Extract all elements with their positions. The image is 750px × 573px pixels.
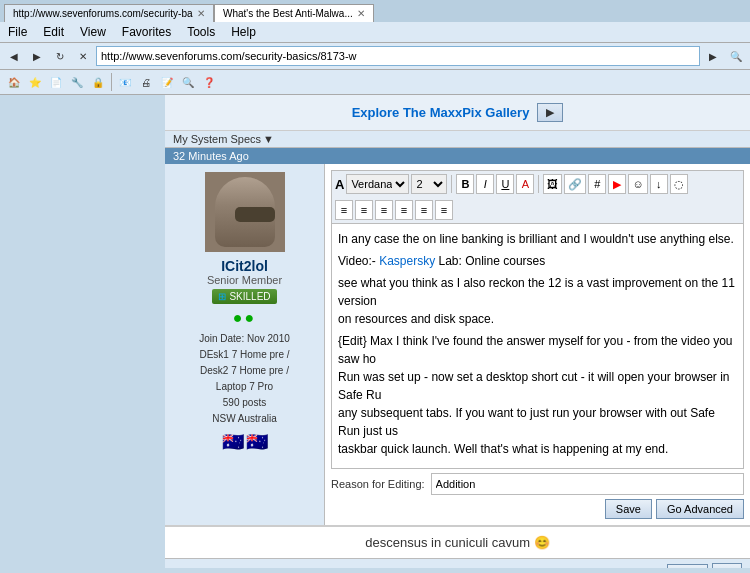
tab-1-close[interactable]: ✕ <box>197 8 205 19</box>
post-time: 32 Minutes Ago <box>173 150 249 162</box>
toolbar-btn-10[interactable]: ❓ <box>199 72 219 92</box>
align-right-btn[interactable]: ≡ <box>375 200 393 220</box>
tab-2[interactable]: What's the Best Anti-Malwa... ✕ <box>214 4 374 22</box>
content-line-4: {Edit} Max I think I've found the answer… <box>338 332 737 458</box>
gallery-link[interactable]: Explore The MaxxPix Gallery <box>352 105 530 120</box>
desk2: Desk2 7 Home pre / <box>173 363 316 379</box>
italic-btn[interactable]: I <box>476 174 494 194</box>
desk1: DEsk1 7 Home pre / <box>173 347 316 363</box>
toolbar-btn-3[interactable]: 📄 <box>46 72 66 92</box>
search-icon[interactable]: 🔍 <box>726 46 746 66</box>
tab-1-label: http://www.sevenforums.com/security-basi… <box>13 8 193 19</box>
chevron-down-icon: ▼ <box>263 133 274 145</box>
address-input[interactable] <box>96 46 700 66</box>
avatar <box>205 172 285 252</box>
editor-panel: A Verdana 2 B I U A 🖼 🔗 # ▶ <box>325 164 750 525</box>
forward-btn[interactable]: ▶ <box>27 46 47 66</box>
menu-view[interactable]: View <box>76 24 110 40</box>
toolbar-btn-5[interactable]: 🔒 <box>88 72 108 92</box>
helmet-shape <box>215 177 275 247</box>
more-btn[interactable]: ▶ <box>712 563 742 568</box>
page-content: Explore The MaxxPix Gallery ▶ My System … <box>0 95 750 568</box>
action-bar: Edit ▶ <box>165 558 750 568</box>
font-color-btn[interactable]: A <box>516 174 534 194</box>
back-btn[interactable]: ◀ <box>4 46 24 66</box>
editor-toolbar-1: A Verdana 2 B I U A 🖼 🔗 # ▶ <box>331 170 744 197</box>
menu-help[interactable]: Help <box>227 24 260 40</box>
my-system-specs-label[interactable]: My System Specs <box>173 133 261 145</box>
toolbar-btn-2[interactable]: ⭐ <box>25 72 45 92</box>
win-logo-icon: ⊞ <box>218 291 226 302</box>
align-center-btn[interactable]: ≡ <box>355 200 373 220</box>
flag-au-2: 🇦🇺 <box>246 431 268 453</box>
toolbar-btn-9[interactable]: 🔍 <box>178 72 198 92</box>
link-btn[interactable]: 🔗 <box>564 174 586 194</box>
menu-file[interactable]: File <box>4 24 31 40</box>
username: ICit2lol <box>173 258 316 274</box>
post-area: ICit2lol Senior Member ⊞ SKILLED ●● Join… <box>165 164 750 526</box>
posts: 590 posts <box>173 395 316 411</box>
skill-badge: ⊞ SKILLED <box>212 289 276 304</box>
reason-input[interactable] <box>431 473 744 495</box>
edit-button[interactable]: Edit <box>667 564 708 569</box>
editor-content[interactable]: In any case the on line banking is brill… <box>331 223 744 469</box>
size-select[interactable]: 2 <box>411 174 447 194</box>
editor-sep-1 <box>451 175 452 193</box>
flag-icons: 🇦🇺 🇦🇺 <box>173 431 316 453</box>
toolbar-btn-1[interactable]: 🏠 <box>4 72 24 92</box>
toolbar-btn-4[interactable]: 🔧 <box>67 72 87 92</box>
go-advanced-button[interactable]: Go Advanced <box>656 499 744 519</box>
content-line-3: see what you think as I also reckon the … <box>338 274 737 328</box>
ordered-list-btn[interactable]: ≡ <box>415 200 433 220</box>
go-btn[interactable]: ▶ <box>703 46 723 66</box>
join-date: Join Date: Nov 2010 <box>173 331 316 347</box>
list-btn[interactable]: ≡ <box>395 200 413 220</box>
underline-btn[interactable]: U <box>496 174 514 194</box>
user-info: Join Date: Nov 2010 DEsk1 7 Home pre / D… <box>173 331 316 427</box>
content-line-1: In any case the on line banking is brill… <box>338 230 737 248</box>
more-btn[interactable]: ↓ <box>650 174 668 194</box>
gallery-bar: Explore The MaxxPix Gallery ▶ <box>165 95 750 131</box>
indent-btn[interactable]: ≡ <box>435 200 453 220</box>
video-btn[interactable]: ▶ <box>608 174 626 194</box>
reason-row: Reason for Editing: <box>331 473 744 495</box>
toolbar-btn-8[interactable]: 📝 <box>157 72 177 92</box>
location: NSW Australia <box>173 411 316 427</box>
menu-favorites[interactable]: Favorites <box>118 24 175 40</box>
post-time-bar: 32 Minutes Ago <box>165 148 750 164</box>
toolbar-btn-7[interactable]: 🖨 <box>136 72 156 92</box>
flag-au-1: 🇦🇺 <box>222 431 244 453</box>
special-btn[interactable]: ◌ <box>670 174 688 194</box>
toolbar-btn-6[interactable]: 📧 <box>115 72 135 92</box>
editor-footer: Save Go Advanced <box>331 499 744 519</box>
tab-1[interactable]: http://www.sevenforums.com/security-basi… <box>4 4 214 22</box>
refresh-btn[interactable]: ↻ <box>50 46 70 66</box>
menu-edit[interactable]: Edit <box>39 24 68 40</box>
image-btn[interactable]: 🖼 <box>543 174 562 194</box>
browser-window: http://www.sevenforums.com/security-basi… <box>0 0 750 95</box>
tab-bar: http://www.sevenforums.com/security-basi… <box>0 0 750 22</box>
reason-label: Reason for Editing: <box>331 478 425 490</box>
kaspersky-link[interactable]: Kaspersky <box>379 254 435 268</box>
content-line-2: Video:- Kaspersky Lab: Online courses <box>338 252 737 270</box>
emoji-btn[interactable]: ☺ <box>628 174 647 194</box>
align-left-btn[interactable]: ≡ <box>335 200 353 220</box>
toolbar-row: 🏠 ⭐ 📄 🔧 🔒 📧 🖨 📝 🔍 ❓ <box>0 70 750 95</box>
hash-btn[interactable]: # <box>588 174 606 194</box>
font-select[interactable]: Verdana <box>346 174 409 194</box>
tab-2-close[interactable]: ✕ <box>357 8 365 19</box>
menu-tools[interactable]: Tools <box>183 24 219 40</box>
badge-label: SKILLED <box>229 291 270 302</box>
editor-toolbar-2: ≡ ≡ ≡ ≡ ≡ ≡ <box>331 197 744 223</box>
save-button[interactable]: Save <box>605 499 652 519</box>
signature-emoji: 😊 <box>534 535 550 550</box>
online-indicator: ●● <box>173 309 316 327</box>
user-panel: ICit2lol Senior Member ⊞ SKILLED ●● Join… <box>165 164 325 525</box>
address-bar: ◀ ▶ ↻ ✕ ▶ 🔍 <box>0 43 750 70</box>
editor-sep-2 <box>538 175 539 193</box>
toolbar-sep-1 <box>111 73 112 91</box>
gallery-scroll-btn[interactable]: ▶ <box>537 103 563 122</box>
bold-btn[interactable]: B <box>456 174 474 194</box>
main-area: Explore The MaxxPix Gallery ▶ My System … <box>165 95 750 568</box>
stop-btn[interactable]: ✕ <box>73 46 93 66</box>
